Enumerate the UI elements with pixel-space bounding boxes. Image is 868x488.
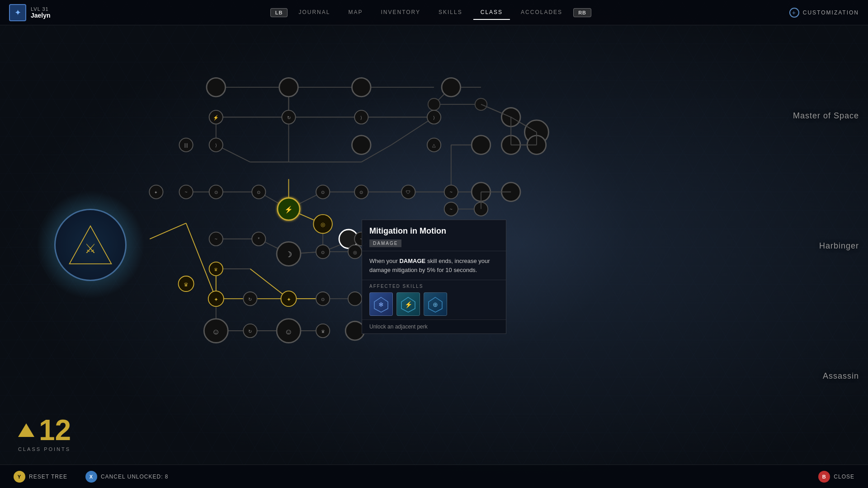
player-name: Jaelyn [31, 12, 51, 19]
skill-tooltip: Mitigation in Motion DAMAGE When your DA… [362, 220, 506, 334]
nav-inventory[interactable]: INVENTORY [373, 5, 428, 20]
svg-text:⊙: ⊙ [214, 190, 218, 195]
node-t5[interactable] [442, 78, 461, 97]
node-r3-big[interactable] [352, 136, 371, 155]
nav-journal[interactable]: JOURNAL [291, 5, 337, 20]
close-btn-icon: B [818, 471, 830, 483]
svg-text:☺: ☺ [212, 328, 220, 336]
nav-center: LB JOURNAL MAP INVENTORY SKILLS CLASS AC… [81, 5, 780, 20]
svg-text:⊙: ⊙ [321, 297, 325, 302]
nav-right: + CUSTOMIZATION [780, 8, 868, 18]
reset-tree-button[interactable]: Y RESET TREE [14, 471, 67, 483]
node-t2[interactable] [279, 78, 298, 97]
cancel-unlocked-button[interactable]: X CANCEL UNLOCKED: 8 [85, 471, 169, 483]
nav-map[interactable]: MAP [341, 5, 370, 20]
svg-text:✦: ✦ [287, 296, 291, 303]
svg-text:~: ~ [450, 207, 453, 212]
svg-text:◎: ◎ [353, 250, 357, 255]
node-t4-small[interactable] [428, 99, 440, 110]
svg-text:⊙: ⊙ [321, 250, 325, 255]
svg-text:✦: ✦ [154, 190, 158, 195]
nav-class[interactable]: CLASS [473, 5, 510, 20]
svg-text:|||: ||| [184, 143, 188, 148]
affected-skill-1: ❄ [369, 292, 393, 316]
customization-label: CUSTOMIZATION [803, 9, 859, 16]
tooltip-skills-row: ❄ ⚡ ⊕ [369, 292, 499, 316]
node-r3-5[interactable] [472, 136, 491, 155]
tooltip-header: Mitigation in Motion DAMAGE [362, 220, 506, 251]
cancel-label: CANCEL UNLOCKED: 8 [101, 474, 169, 480]
svg-text:♛: ♛ [184, 282, 189, 288]
lb-button[interactable]: LB [270, 8, 288, 17]
svg-text:~: ~ [215, 237, 217, 242]
svg-text:☽: ☽ [285, 250, 292, 259]
affected-skill-2: ⚡ [396, 292, 420, 316]
svg-text:⊙: ⊙ [257, 190, 260, 195]
tooltip-description: When your DAMAGE skill ends, increase yo… [362, 251, 506, 280]
svg-text:△: △ [432, 143, 436, 148]
tooltip-affected: AFFECTED SKILLS ❄ ⚡ [362, 280, 506, 319]
reset-label: RESET TREE [29, 474, 67, 480]
cancel-btn-icon: X [85, 471, 97, 483]
svg-text:🛡: 🛡 [406, 190, 410, 195]
svg-text:~: ~ [185, 190, 188, 195]
node-t1[interactable] [207, 78, 226, 97]
customization-button[interactable]: + CUSTOMIZATION [789, 8, 859, 18]
svg-text:◎: ◎ [321, 221, 325, 228]
affected-skill-3: ⊕ [424, 292, 447, 316]
bottom-bar: Y RESET TREE X CANCEL UNLOCKED: 8 B CLOS… [0, 465, 868, 488]
svg-text:☺: ☺ [285, 328, 292, 336]
svg-text:⊕: ⊕ [433, 301, 438, 308]
node-t3[interactable] [352, 78, 371, 97]
svg-text:⚡: ⚡ [213, 115, 219, 121]
tooltip-footer: Unlock an adjacent perk [362, 319, 506, 333]
svg-text:♛: ♛ [321, 329, 325, 334]
svg-text:⚡: ⚡ [284, 205, 293, 214]
player-level: LVL 31 [31, 6, 51, 12]
svg-text:⚡: ⚡ [405, 301, 413, 309]
node-r7-5[interactable] [348, 292, 362, 305]
player-details: LVL 31 Jaelyn [31, 6, 51, 19]
cp-triangle-icon [18, 423, 34, 437]
svg-text:❄: ❄ [378, 301, 384, 308]
svg-text:⟩: ⟩ [433, 115, 435, 120]
svg-text:↻: ↻ [287, 115, 291, 120]
customization-icon: + [789, 8, 799, 18]
player-info: ✦ LVL 31 Jaelyn [0, 4, 81, 21]
skill-tree-area: ⚔ [0, 25, 868, 465]
top-navigation: ✦ LVL 31 Jaelyn LB JOURNAL MAP INVENTORY… [0, 0, 868, 25]
cp-number: 12 [39, 416, 71, 445]
svg-text:↻: ↻ [248, 329, 252, 334]
svg-text:↻: ↻ [248, 297, 252, 302]
svg-line-7 [150, 223, 186, 239]
svg-line-22 [391, 117, 434, 145]
tooltip-affected-label: AFFECTED SKILLS [369, 284, 499, 289]
cp-row: 12 [18, 416, 71, 445]
svg-text:⟩: ⟩ [360, 115, 362, 120]
svg-text:⊙: ⊙ [359, 190, 363, 195]
close-label: CLOSE [834, 474, 854, 480]
close-button[interactable]: B CLOSE [818, 471, 854, 483]
svg-text:⟩: ⟩ [215, 143, 217, 148]
cp-label: CLASS POINTS [18, 446, 71, 452]
nav-skills[interactable]: SKILLS [431, 5, 470, 20]
tooltip-type: DAMAGE [369, 239, 401, 247]
rb-button[interactable]: RB [573, 8, 591, 17]
tooltip-title: Mitigation in Motion [369, 226, 499, 236]
svg-text:⊙: ⊙ [321, 190, 325, 195]
svg-text:*: * [258, 237, 259, 242]
svg-text:~: ~ [450, 190, 453, 195]
svg-text:✦: ✦ [214, 296, 218, 303]
class-points-display: 12 CLASS POINTS [18, 416, 71, 452]
nav-accolades[interactable]: ACCOLADES [514, 5, 570, 20]
svg-text:♛: ♛ [214, 267, 218, 272]
reset-btn-icon: Y [14, 471, 25, 483]
player-avatar: ✦ [9, 4, 26, 21]
